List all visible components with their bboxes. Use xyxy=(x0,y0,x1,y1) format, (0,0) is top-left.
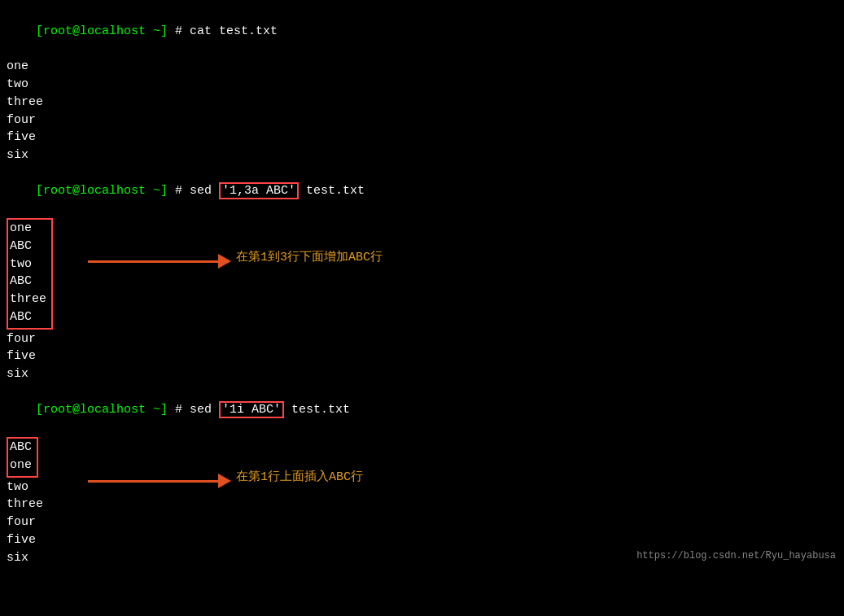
output-six-2: six xyxy=(7,365,837,383)
prompt-hash: # xyxy=(168,24,190,38)
cmd-line-1: [root@localhost ~] # cat test.txt xyxy=(7,5,837,58)
boxed-output-1: one ABC two ABC three ABC xyxy=(7,218,53,330)
output-five-3: five xyxy=(7,531,837,549)
output-five-2: five xyxy=(7,347,837,365)
prompt-user-3: [root@localhost ~] xyxy=(36,403,168,417)
cmd-line-2: [root@localhost ~] # sed '1,3a ABC' test… xyxy=(7,164,837,217)
terminal: [root@localhost ~] # cat test.txt one tw… xyxy=(0,0,844,571)
output-three: three xyxy=(7,94,837,111)
output-five: five xyxy=(7,129,837,146)
prompt-user-2: [root@localhost ~] xyxy=(36,184,168,198)
arrow-head-2 xyxy=(218,474,231,488)
annotation-text-2: 在第1行上面插入ABC行 xyxy=(236,469,363,487)
annotation-2 xyxy=(88,474,231,488)
boxed-output-2: ABC one xyxy=(7,437,38,478)
output-four: four xyxy=(7,111,837,129)
arrow-shaft-2 xyxy=(88,480,218,483)
output-four-3: four xyxy=(7,513,837,531)
arrow-head-1 xyxy=(218,254,231,269)
watermark: https://blog.csdn.net/Ryu_hayabusa xyxy=(636,549,836,563)
highlight-1: '1,3a ABC' xyxy=(219,182,299,199)
cmd-cat: cat test.txt xyxy=(190,24,278,38)
output-six: six xyxy=(7,146,837,164)
annotation-1 xyxy=(88,254,231,269)
highlight-2: '1i ABC' xyxy=(219,401,284,418)
arrow-shaft-1 xyxy=(88,260,218,263)
prompt-user: [root@localhost ~] xyxy=(36,24,168,38)
output-two: two xyxy=(7,76,837,94)
output-four-2: four xyxy=(7,330,837,348)
cmd-line-3: [root@localhost ~] # sed '1i ABC' test.t… xyxy=(7,383,837,436)
output-one: one xyxy=(7,58,837,76)
output-three-3: three xyxy=(7,496,837,513)
annotation-text-1: 在第1到3行下面增加ABC行 xyxy=(236,249,383,267)
